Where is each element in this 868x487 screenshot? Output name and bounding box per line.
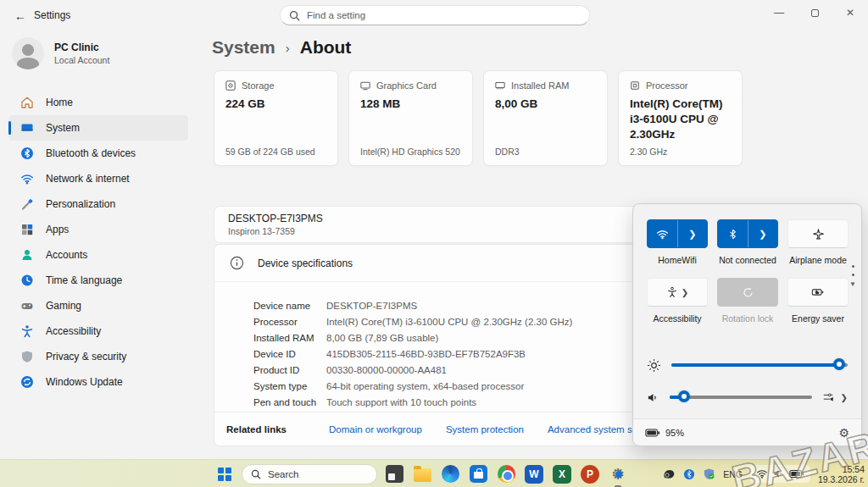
spec-cards-row: Storage 224 GB 59 GB of 224 GB used Grap… <box>214 70 743 166</box>
volume-slider[interactable] <box>670 396 812 399</box>
taskbar-app-dark[interactable] <box>383 463 405 485</box>
accessibility-tile[interactable]: ❯ <box>647 278 708 307</box>
excel-icon: X <box>553 465 571 484</box>
sidebar-item-label: Network & internet <box>46 173 130 185</box>
taskbar-search[interactable]: Search <box>242 464 377 484</box>
accessibility-icon <box>666 286 678 298</box>
wifi-icon <box>20 172 34 185</box>
sidebar-item-privacy-security[interactable]: Privacy & security <box>8 344 188 369</box>
airplane-mode-tile[interactable] <box>787 219 849 248</box>
spec-value: 8,00 GB (7,89 GB usable) <box>326 333 438 343</box>
taskbar-file-explorer[interactable] <box>411 463 433 485</box>
graphics-card: Graphics Card 128 MB Intel(R) HD Graphic… <box>348 70 473 166</box>
wifi-tile-label: HomeWifi <box>647 255 708 265</box>
bluetooth-icon[interactable] <box>718 220 748 247</box>
related-links-label: Related links <box>226 424 287 434</box>
start-button[interactable] <box>214 463 236 485</box>
sidebar-item-personalization[interactable]: Personalization <box>8 191 188 217</box>
taskbar-chrome[interactable] <box>495 463 517 485</box>
tray-bluetooth-icon[interactable] <box>683 468 695 480</box>
brightness-slider-thumb[interactable] <box>833 358 845 370</box>
card-value: 128 MB <box>360 97 461 112</box>
sidebar-item-gaming[interactable]: Gaming <box>8 293 188 318</box>
link-system-protection[interactable]: System protection <box>446 424 524 434</box>
quick-settings-tray-cluster[interactable] <box>750 465 810 483</box>
sidebar-item-windows-update[interactable]: Windows Update <box>8 369 188 395</box>
user-profile[interactable]: PC Clinic Local Account <box>12 37 109 69</box>
taskbar-powerpoint[interactable]: P <box>579 463 601 485</box>
breadcrumb-separator: › <box>286 41 290 55</box>
spec-key: Installed RAM <box>253 333 326 343</box>
energy-saver-tile[interactable] <box>787 278 849 307</box>
spec-key: Device name <box>253 301 326 311</box>
sidebar-item-home[interactable]: Home <box>8 90 188 115</box>
sidebar: PC Clinic Local Account Home System Blue… <box>0 30 210 459</box>
wifi-expand-chevron[interactable]: ❯ <box>677 220 708 247</box>
bluetooth-icon <box>20 147 34 160</box>
wifi-icon[interactable] <box>648 220 677 247</box>
card-caption: 2.30 GHz <box>630 147 667 157</box>
taskbar-settings[interactable]: ⚙ <box>607 463 629 485</box>
card-label: Processor <box>646 80 688 91</box>
word-icon: W <box>525 465 543 484</box>
rotation-lock-tile <box>717 278 778 307</box>
sidebar-item-label: Privacy & security <box>46 351 126 362</box>
update-icon <box>20 375 34 389</box>
user-account-type: Local Account <box>54 55 109 65</box>
audio-output-icon[interactable] <box>822 391 834 403</box>
sidebar-nav: Home System Bluetooth & devices Network … <box>8 90 188 395</box>
taskbar-word[interactable]: W <box>523 463 545 485</box>
taskbar-clock[interactable]: 15:54 19.3.2026 г. <box>818 464 865 484</box>
quick-settings-gear-icon[interactable]: ⚙ <box>838 426 849 440</box>
sidebar-item-bluetooth-devices[interactable]: Bluetooth & devices <box>8 141 188 166</box>
battery-percent: 95% <box>665 428 684 438</box>
sidebar-item-system[interactable]: System <box>8 115 188 141</box>
taskbar-store[interactable] <box>467 463 489 485</box>
link-domain-or-workgroup[interactable]: Domain or workgroup <box>329 424 422 434</box>
volume-slider-thumb[interactable] <box>678 390 690 402</box>
battery-status[interactable]: 95% <box>645 428 684 438</box>
bluetooth-tile[interactable]: ❯ <box>717 219 778 248</box>
settings-gear-icon: ⚙ <box>611 465 625 483</box>
tray-app-icon[interactable] <box>662 468 676 480</box>
rotation-lock-icon <box>742 286 754 299</box>
sidebar-item-accessibility[interactable]: Accessibility <box>8 318 188 344</box>
storage-icon <box>225 80 236 91</box>
taskbar: Search W X P ⚙ ENG 15:54 19.3.2026 г. <box>0 459 868 487</box>
language-indicator[interactable]: ENG <box>723 469 743 479</box>
settings-search-input[interactable]: Find a setting <box>280 5 590 25</box>
device-specifications-title: Device specifications <box>258 257 353 269</box>
brightness-slider[interactable] <box>671 363 848 367</box>
minimize-button[interactable]: — <box>761 0 797 25</box>
taskbar-edge[interactable] <box>439 463 461 485</box>
bluetooth-expand-chevron[interactable]: ❯ <box>748 220 778 247</box>
cpu-icon <box>630 80 640 91</box>
search-placeholder: Find a setting <box>307 10 365 20</box>
maximize-button[interactable] <box>797 0 832 25</box>
sidebar-item-accounts[interactable]: Accounts <box>8 242 188 268</box>
breadcrumb-system[interactable]: System <box>212 37 275 58</box>
wifi-tile[interactable]: ❯ <box>647 219 708 248</box>
taskbar-excel[interactable]: X <box>551 463 573 485</box>
card-value: 8,00 GB <box>495 97 596 112</box>
sidebar-item-apps[interactable]: Apps <box>8 217 188 242</box>
spec-value: Touch support with 10 touch points <box>326 397 476 407</box>
tray-security-shield-icon[interactable] <box>703 468 715 480</box>
card-label: Storage <box>242 80 275 91</box>
audio-output-chevron[interactable]: ❯ <box>841 393 848 402</box>
close-button[interactable]: ✕ <box>832 0 868 25</box>
back-button[interactable]: ← <box>8 7 32 25</box>
clock-icon <box>20 274 34 287</box>
card-caption: Intel(R) HD Graphics 520 <box>360 147 460 157</box>
sidebar-item-time-language[interactable]: Time & language <box>8 268 188 293</box>
powerpoint-icon: P <box>581 465 599 484</box>
gpu-icon <box>360 80 370 91</box>
sidebar-item-network-internet[interactable]: Network & internet <box>8 166 188 191</box>
pager-down-arrow[interactable]: ▼ <box>849 282 856 287</box>
quick-settings-pager[interactable]: ▼ <box>849 265 856 287</box>
gamepad-icon <box>20 299 34 313</box>
sidebar-item-label: Gaming <box>46 300 81 312</box>
sidebar-item-label: Time & language <box>46 274 122 286</box>
pager-dot <box>852 274 854 276</box>
accessibility-expand-chevron[interactable]: ❯ <box>682 288 688 297</box>
